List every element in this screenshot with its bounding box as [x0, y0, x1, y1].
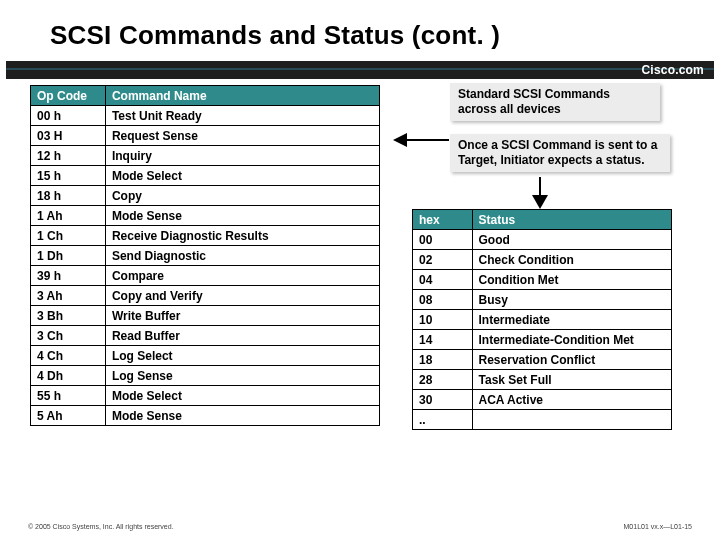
- brand-text: Cisco.com: [642, 63, 705, 77]
- table-row: 4 ChLog Select: [31, 346, 380, 366]
- cell: 02: [413, 250, 473, 270]
- table-row: 5 AhMode Sense: [31, 406, 380, 426]
- cell: Busy: [472, 290, 671, 310]
- cell: Intermediate: [472, 310, 671, 330]
- cell: 3 Ch: [31, 326, 106, 346]
- table-row: 30ACA Active: [413, 390, 672, 410]
- content-area: Op Code Command Name 00 hTest Unit Ready…: [0, 79, 720, 509]
- col-header: Status: [472, 210, 671, 230]
- table-row: 00Good: [413, 230, 672, 250]
- cell: Mode Select: [105, 386, 379, 406]
- cell: 14: [413, 330, 473, 350]
- cell: Read Buffer: [105, 326, 379, 346]
- cell: Condition Met: [472, 270, 671, 290]
- table-row: 3 AhCopy and Verify: [31, 286, 380, 306]
- cell: 4 Ch: [31, 346, 106, 366]
- cell: 30: [413, 390, 473, 410]
- cell: Copy and Verify: [105, 286, 379, 306]
- cell: Test Unit Ready: [105, 106, 379, 126]
- col-header: Op Code: [31, 86, 106, 106]
- cell: Log Select: [105, 346, 379, 366]
- brand-bar-accent: [6, 68, 714, 70]
- cell: 10: [413, 310, 473, 330]
- cell: Intermediate-Condition Met: [472, 330, 671, 350]
- callout-mid: Once a SCSI Command is sent to a Target,…: [450, 134, 670, 172]
- commands-table: Op Code Command Name 00 hTest Unit Ready…: [30, 85, 380, 426]
- table-row: 3 BhWrite Buffer: [31, 306, 380, 326]
- cell: 00: [413, 230, 473, 250]
- cell: 1 Dh: [31, 246, 106, 266]
- table-row: 15 hMode Select: [31, 166, 380, 186]
- cell: ACA Active: [472, 390, 671, 410]
- table-row: 3 ChRead Buffer: [31, 326, 380, 346]
- cell: Send Diagnostic: [105, 246, 379, 266]
- cell: 28: [413, 370, 473, 390]
- cell: Log Sense: [105, 366, 379, 386]
- footer-slide-id: M01L01 vx.x—L01-15: [624, 523, 692, 530]
- table-row: 1 AhMode Sense: [31, 206, 380, 226]
- table-row: 08Busy: [413, 290, 672, 310]
- cell: Request Sense: [105, 126, 379, 146]
- cell: Compare: [105, 266, 379, 286]
- cell: 3 Ah: [31, 286, 106, 306]
- table-row: 4 DhLog Sense: [31, 366, 380, 386]
- cell: 55 h: [31, 386, 106, 406]
- cell: 18: [413, 350, 473, 370]
- arrow-down-icon: [525, 177, 555, 209]
- table-row: 14Intermediate-Condition Met: [413, 330, 672, 350]
- cell: Good: [472, 230, 671, 250]
- cell: Reservation Conflict: [472, 350, 671, 370]
- cell: 18 h: [31, 186, 106, 206]
- callout-top: Standard SCSI Commands across all device…: [450, 83, 660, 121]
- table-row: 03 HRequest Sense: [31, 126, 380, 146]
- table-header-row: hex Status: [413, 210, 672, 230]
- table-row: 55 hMode Select: [31, 386, 380, 406]
- col-header: hex: [413, 210, 473, 230]
- table-header-row: Op Code Command Name: [31, 86, 380, 106]
- table-row: 18Reservation Conflict: [413, 350, 672, 370]
- arrow-left-icon: [393, 130, 449, 150]
- cell: Task Set Full: [472, 370, 671, 390]
- cell: 08: [413, 290, 473, 310]
- page-title: SCSI Commands and Status (cont. ): [0, 0, 720, 61]
- table-row: 12 hInquiry: [31, 146, 380, 166]
- cell: Mode Select: [105, 166, 379, 186]
- cell: 4 Dh: [31, 366, 106, 386]
- table-row: 1 ChReceive Diagnostic Results: [31, 226, 380, 246]
- svg-marker-1: [393, 133, 407, 147]
- cell: [472, 410, 671, 430]
- cell: Mode Sense: [105, 406, 379, 426]
- cell: Receive Diagnostic Results: [105, 226, 379, 246]
- cell: 15 h: [31, 166, 106, 186]
- cell: 39 h: [31, 266, 106, 286]
- cell: Check Condition: [472, 250, 671, 270]
- cell: 12 h: [31, 146, 106, 166]
- footer-copyright: © 2005 Cisco Systems, Inc. All rights re…: [28, 523, 174, 530]
- cell: Write Buffer: [105, 306, 379, 326]
- table-row: 39 hCompare: [31, 266, 380, 286]
- cell: Inquiry: [105, 146, 379, 166]
- table-row: ..: [413, 410, 672, 430]
- cell: 00 h: [31, 106, 106, 126]
- cell: 1 Ch: [31, 226, 106, 246]
- cell: ..: [413, 410, 473, 430]
- cell: 04: [413, 270, 473, 290]
- cell: Mode Sense: [105, 206, 379, 226]
- table-row: 1 DhSend Diagnostic: [31, 246, 380, 266]
- col-header: Command Name: [105, 86, 379, 106]
- cell: 5 Ah: [31, 406, 106, 426]
- table-row: 10Intermediate: [413, 310, 672, 330]
- table-row: 00 hTest Unit Ready: [31, 106, 380, 126]
- table-row: 18 hCopy: [31, 186, 380, 206]
- cell: 03 H: [31, 126, 106, 146]
- table-row: 28Task Set Full: [413, 370, 672, 390]
- cell: 1 Ah: [31, 206, 106, 226]
- cell: 3 Bh: [31, 306, 106, 326]
- status-table: hex Status 00Good 02Check Condition 04Co…: [412, 209, 672, 430]
- footer: © 2005 Cisco Systems, Inc. All rights re…: [0, 518, 720, 540]
- cell: Copy: [105, 186, 379, 206]
- svg-marker-3: [532, 195, 548, 209]
- table-row: 02Check Condition: [413, 250, 672, 270]
- brand-bar: Cisco.com: [6, 61, 714, 79]
- table-row: 04Condition Met: [413, 270, 672, 290]
